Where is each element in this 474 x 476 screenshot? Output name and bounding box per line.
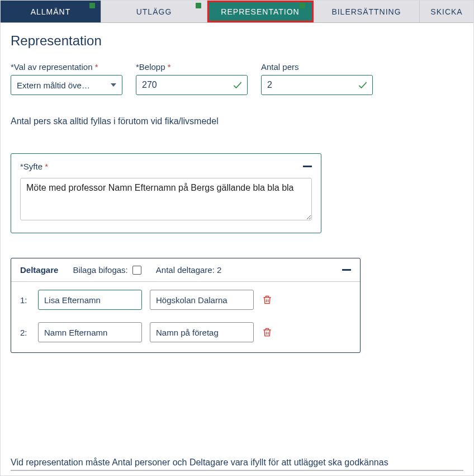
antal-pers-input[interactable]	[261, 75, 373, 95]
input-wrapper	[136, 75, 248, 95]
tab-label: Utlägg	[136, 7, 172, 16]
syfte-textarea[interactable]	[20, 178, 312, 220]
tab-utlagg[interactable]: Utlägg	[101, 1, 207, 22]
info-note: Antal pers ska alltid fyllas i förutom v…	[11, 116, 463, 126]
syfte-panel: *Syfte *	[11, 153, 321, 233]
field-label: Antal pers	[261, 62, 373, 72]
bilaga-label: Bilaga bifogas:	[73, 265, 127, 275]
tab-bar: Allmänt Utlägg Representation Bilersättn…	[1, 1, 473, 23]
deltagare-panel: Deltagare Bilaga bifogas: Antal deltagar…	[11, 258, 361, 353]
select-value: Extern måltid öve…	[17, 81, 90, 90]
check-icon	[357, 79, 368, 91]
tab-label: Bilersättning	[331, 7, 401, 16]
participant-name-input[interactable]	[38, 322, 142, 342]
tab-label: Skicka	[430, 7, 462, 16]
collapse-icon[interactable]	[303, 166, 312, 167]
field-belopp: *Belopp *	[136, 62, 248, 95]
participant-row: 2:	[20, 322, 351, 342]
input-wrapper	[261, 75, 373, 95]
panel-title: Deltagare	[20, 265, 58, 275]
required-asterisk: *	[168, 62, 171, 72]
field-val: *Val av representation * Extern måltid ö…	[11, 62, 122, 95]
tab-bilersattning[interactable]: Bilersättning	[314, 1, 420, 22]
page-content: Representation *Val av representation * …	[1, 23, 473, 353]
status-badge-icon	[196, 3, 201, 8]
belopp-input[interactable]	[136, 75, 248, 95]
status-badge-icon	[89, 3, 95, 8]
field-label: *Val av representation *	[11, 62, 122, 72]
tab-label: Representation	[221, 7, 299, 16]
deltagare-body: 1: 2:	[11, 282, 360, 352]
representation-select[interactable]: Extern måltid öve…	[11, 75, 122, 95]
panel-header: Deltagare Bilaga bifogas: Antal deltagar…	[11, 258, 360, 282]
tab-label: Allmänt	[31, 7, 71, 16]
tab-representation[interactable]: Representation	[207, 1, 314, 22]
field-label: *Belopp *	[136, 62, 248, 72]
field-row: *Val av representation * Extern måltid ö…	[11, 62, 463, 95]
trash-icon[interactable]	[262, 326, 273, 338]
participant-org-input[interactable]	[150, 290, 254, 310]
tab-skicka[interactable]: Skicka	[420, 1, 473, 22]
required-asterisk: *	[95, 62, 98, 72]
bilaga-checkbox[interactable]	[132, 266, 141, 275]
antal-deltagare-label: Antal deltagare: 2	[156, 265, 222, 275]
app-frame: Allmänt Utlägg Representation Bilersättn…	[0, 0, 474, 476]
panel-header: *Syfte *	[20, 162, 312, 171]
trash-icon[interactable]	[262, 294, 273, 306]
participant-name-input[interactable]	[38, 290, 142, 310]
page-title: Representation	[11, 33, 463, 49]
row-index: 1:	[20, 295, 30, 305]
footer-note: Vid representation måste Antal personer …	[11, 458, 463, 471]
participant-org-input[interactable]	[150, 322, 254, 342]
row-index: 2:	[20, 328, 30, 337]
field-antal-pers: Antal pers	[261, 62, 373, 95]
check-icon	[232, 79, 243, 91]
participant-row: 1:	[20, 290, 351, 310]
tab-allmant[interactable]: Allmänt	[1, 1, 101, 22]
panel-label: *Syfte *	[20, 162, 48, 171]
required-asterisk: *	[45, 162, 48, 171]
chevron-down-icon	[111, 83, 116, 87]
collapse-icon[interactable]	[342, 269, 351, 271]
status-badge-icon	[300, 3, 305, 8]
bilaga-group: Bilaga bifogas:	[73, 265, 141, 275]
